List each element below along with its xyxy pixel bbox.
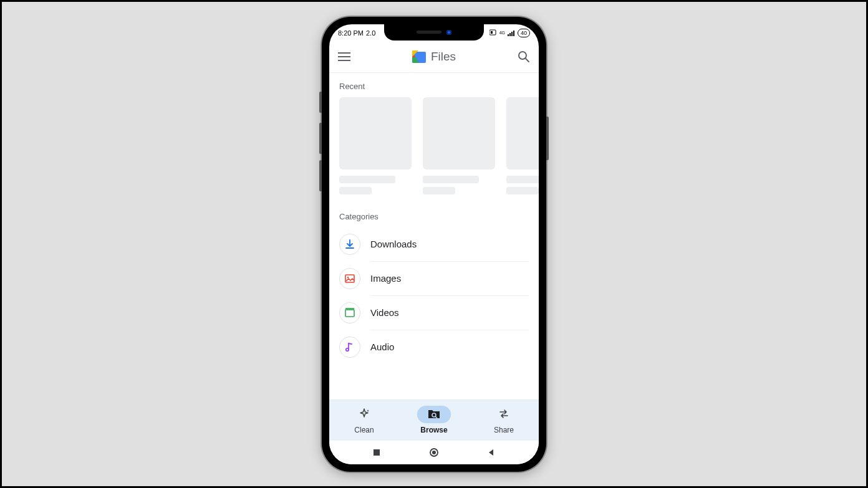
recent-apps-button[interactable] — [364, 448, 389, 457]
nav-share[interactable]: Share — [476, 406, 532, 434]
recent-section-label: Recent — [329, 79, 539, 97]
category-downloads[interactable]: Downloads — [329, 227, 539, 261]
volume-up-button — [319, 123, 322, 154]
recent-thumb-placeholder — [423, 97, 495, 170]
power-button — [546, 117, 549, 160]
category-label: Images — [370, 273, 401, 284]
recent-row[interactable] — [329, 97, 539, 194]
notch — [384, 24, 484, 41]
svg-point-15 — [346, 348, 349, 350]
category-label: Videos — [370, 307, 399, 318]
svg-point-20 — [432, 451, 436, 454]
app-title-text: Files — [431, 50, 456, 64]
status-time: 8:20 PM — [338, 29, 364, 37]
bottom-nav: Clean Browse Share — [329, 399, 539, 441]
nav-label: Share — [494, 426, 514, 434]
sparkle-icon — [358, 408, 370, 422]
video-icon — [339, 302, 360, 323]
nav-clean[interactable]: Clean — [336, 406, 392, 434]
svg-rect-2 — [508, 34, 509, 36]
svg-rect-4 — [511, 32, 513, 36]
home-button[interactable] — [422, 447, 446, 457]
recent-thumb-placeholder — [506, 97, 539, 170]
nav-pill — [417, 406, 451, 423]
category-audio[interactable]: Audio — [329, 330, 539, 364]
svg-point-12 — [347, 276, 349, 277]
app-title: Files — [355, 50, 513, 64]
svg-rect-18 — [374, 449, 380, 456]
speaker-grille — [417, 31, 441, 34]
image-icon — [339, 268, 360, 289]
svg-rect-5 — [513, 31, 514, 36]
category-label: Audio — [370, 342, 394, 352]
recent-line-placeholder — [339, 187, 372, 194]
nav-browse[interactable]: Browse — [406, 406, 462, 434]
recent-item-placeholder[interactable] — [506, 97, 539, 194]
svg-rect-8 — [338, 60, 350, 61]
battery-indicator: 40 — [518, 29, 530, 37]
folder-search-icon — [427, 408, 441, 422]
recent-line-placeholder — [423, 187, 455, 194]
svg-rect-1 — [491, 31, 493, 34]
nav-label: Clean — [354, 426, 374, 434]
svg-point-9 — [519, 52, 526, 59]
back-button[interactable] — [479, 448, 504, 457]
nav-label: Browse — [420, 426, 447, 434]
svg-line-10 — [526, 59, 529, 62]
svg-rect-13 — [345, 310, 354, 317]
system-nav — [329, 441, 539, 464]
category-videos[interactable]: Videos — [329, 296, 539, 330]
svg-rect-3 — [509, 33, 511, 36]
categories-section: Categories Downloads Images — [329, 209, 539, 364]
app-header: Files — [329, 42, 539, 73]
recent-item-placeholder[interactable] — [339, 97, 412, 194]
screen: 8:20 PM 2.0 4G 40 — [329, 24, 539, 464]
recent-item-placeholder[interactable] — [423, 97, 495, 194]
files-logo-icon — [412, 50, 426, 63]
signal-icon — [508, 30, 515, 36]
recent-line-placeholder — [506, 176, 539, 183]
download-icon — [339, 234, 360, 255]
audio-icon — [339, 337, 360, 358]
search-button[interactable] — [513, 50, 530, 63]
swap-icon — [498, 408, 510, 422]
nav-pill — [487, 406, 521, 423]
recent-line-placeholder — [339, 176, 395, 183]
battery-level: 40 — [521, 30, 527, 36]
categories-section-label: Categories — [329, 209, 539, 227]
side-button — [319, 92, 322, 113]
svg-rect-7 — [338, 56, 350, 57]
svg-rect-6 — [338, 52, 350, 54]
volume-down-button — [319, 160, 322, 191]
content-area: Recent Categories — [329, 73, 539, 399]
phone-frame: 8:20 PM 2.0 4G 40 — [322, 17, 546, 472]
recent-thumb-placeholder — [339, 97, 412, 170]
front-camera — [446, 30, 451, 35]
nav-pill — [347, 406, 381, 423]
recent-line-placeholder — [506, 187, 539, 194]
network-label: 4G — [499, 31, 505, 35]
recent-line-placeholder — [423, 176, 479, 183]
category-images[interactable]: Images — [329, 262, 539, 295]
status-extra: 2.0 — [366, 29, 375, 37]
category-label: Downloads — [370, 239, 417, 249]
menu-button[interactable] — [338, 52, 355, 61]
sim-icon — [489, 29, 497, 37]
